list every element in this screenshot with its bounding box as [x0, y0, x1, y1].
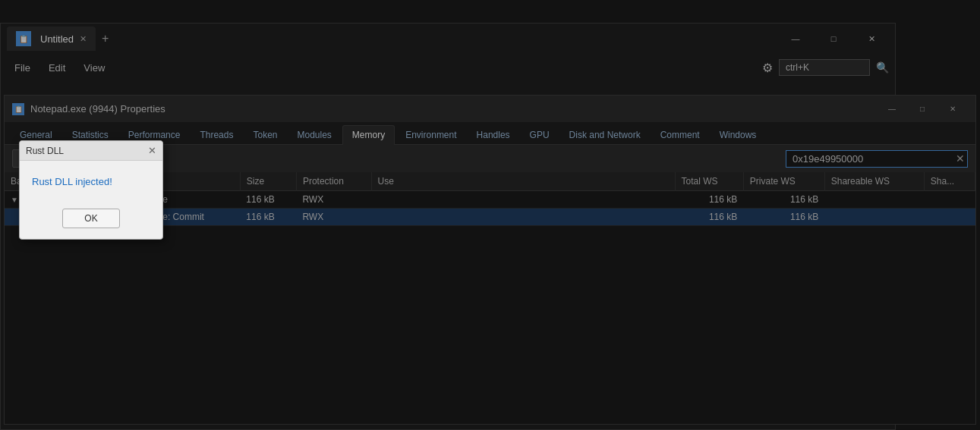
dialog-title: Rust DLL [26, 146, 64, 156]
dialog-footer: OK [20, 202, 162, 239]
dialog-overlay: Rust DLL ✕ Rust DLL injected! OK [0, 0, 980, 430]
rust-dll-dialog: Rust DLL ✕ Rust DLL injected! OK [19, 140, 163, 240]
dialog-close-btn[interactable]: ✕ [148, 145, 156, 156]
dialog-ok-btn[interactable]: OK [62, 209, 119, 228]
dialog-message: Rust DLL injected! [32, 176, 112, 187]
dialog-titlebar: Rust DLL ✕ [20, 141, 162, 161]
dialog-body: Rust DLL injected! [20, 161, 162, 202]
